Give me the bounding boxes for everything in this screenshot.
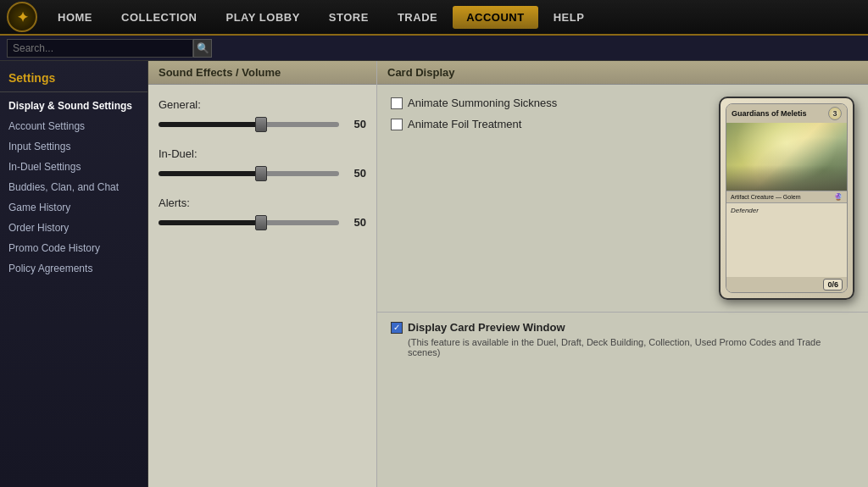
card-name: Guardians of Meletis — [732, 109, 807, 118]
induel-slider-thumb[interactable] — [255, 166, 267, 181]
sidebar-item-in-duel[interactable]: In-Duel Settings — [0, 157, 147, 177]
animate-foil-label: Animate Foil Treatment — [408, 118, 521, 130]
alerts-slider-group: Alerts: 50 — [159, 196, 366, 229]
top-navigation: ✦ HOME COLLECTION PLAY LOBBY STORE TRADE… — [0, 0, 868, 36]
display-preview-checkbox[interactable]: ✓ — [391, 322, 403, 334]
general-slider-row: 50 — [159, 118, 366, 130]
alerts-slider-row: 50 — [159, 216, 366, 229]
card-pt-bar: 0/6 — [726, 277, 847, 292]
sound-panel-header: Sound Effects / Volume — [148, 61, 376, 85]
alerts-slider-thumb[interactable] — [255, 215, 267, 230]
general-label: General: — [159, 98, 366, 111]
induel-slider-row: 50 — [159, 167, 366, 180]
animate-foil-row: Animate Foil Treatment — [391, 118, 702, 130]
alerts-label: Alerts: — [159, 196, 366, 209]
animate-foil-checkbox[interactable] — [391, 119, 403, 130]
induel-slider-value: 50 — [346, 167, 366, 180]
nav-play-lobby[interactable]: PLAY LOBBY — [213, 6, 314, 29]
sound-panel-body: General: 50 In-Duel: 50 — [148, 85, 376, 259]
alerts-slider-track[interactable] — [159, 220, 339, 225]
general-slider-thumb[interactable] — [255, 117, 267, 132]
sidebar-item-buddies[interactable]: Buddies, Clan, and Chat — [0, 177, 147, 197]
search-button[interactable]: 🔍 — [193, 39, 212, 58]
card-inner: Guardians of Meletis 3 Artifact Creature… — [726, 103, 848, 293]
content-area: Sound Effects / Volume General: 50 In-Du… — [148, 61, 868, 487]
logo-symbol: ✦ — [17, 9, 28, 25]
nav-items: HOME COLLECTION PLAY LOBBY STORE TRADE A… — [44, 6, 861, 29]
nav-account[interactable]: ACCOUNT — [453, 6, 538, 29]
card-text-box: Defender — [726, 203, 847, 278]
display-preview-sublabel: (This feature is available in the Duel, … — [391, 337, 854, 357]
card-set-symbol: 🔮 — [834, 193, 843, 201]
search-input[interactable] — [7, 39, 193, 58]
card-panel-bottom: ✓ Display Card Preview Window (This feat… — [377, 312, 868, 366]
sidebar: Settings Display & Sound Settings Accoun… — [0, 61, 148, 487]
sidebar-item-display-sound[interactable]: Display & Sound Settings — [0, 96, 147, 116]
nav-store[interactable]: STORE — [315, 6, 382, 29]
card-art — [726, 123, 847, 191]
card-display-header: Card Display — [377, 61, 868, 85]
general-slider-value: 50 — [346, 118, 366, 130]
animate-summoning-checkbox[interactable] — [391, 97, 403, 109]
card-panel-body: Animate Summoning Sickness Animate Foil … — [377, 85, 868, 312]
sidebar-item-policy[interactable]: Policy Agreements — [0, 258, 147, 279]
sidebar-item-input[interactable]: Input Settings — [0, 136, 147, 157]
card-top-bar: Guardians of Meletis 3 — [726, 104, 847, 123]
sidebar-item-promo-history[interactable]: Promo Code History — [0, 238, 147, 258]
nav-collection[interactable]: COLLECTION — [108, 6, 211, 29]
sidebar-title: Settings — [0, 68, 147, 92]
search-bar: 🔍 — [0, 36, 868, 61]
card-type-line: Artifact Creature — Golem 🔮 — [726, 191, 847, 203]
nav-home[interactable]: HOME — [44, 6, 106, 29]
card-type-text: Artifact Creature — Golem — [731, 194, 800, 200]
main-layout: Settings Display & Sound Settings Accoun… — [0, 61, 868, 487]
general-slider-track[interactable] — [159, 122, 339, 127]
induel-label: In-Duel: — [159, 147, 366, 160]
sidebar-item-game-history[interactable]: Game History — [0, 197, 147, 218]
general-slider-group: General: 50 — [159, 98, 366, 130]
induel-slider-track[interactable] — [159, 171, 339, 176]
animate-summoning-label: Animate Summoning Sickness — [408, 97, 557, 109]
card-mana-cost: 3 — [828, 107, 842, 120]
induel-slider-group: In-Duel: 50 — [159, 147, 366, 180]
animate-summoning-row: Animate Summoning Sickness — [391, 97, 702, 109]
nav-trade[interactable]: TRADE — [384, 6, 451, 29]
alerts-slider-value: 50 — [346, 216, 366, 229]
display-preview-label: Display Card Preview Window — [408, 321, 565, 334]
sidebar-item-account[interactable]: Account Settings — [0, 116, 147, 136]
card-options: Animate Summoning Sickness Animate Foil … — [391, 97, 702, 300]
nav-help[interactable]: HELP — [540, 6, 598, 29]
card-power-toughness: 0/6 — [823, 279, 843, 291]
sidebar-item-order-history[interactable]: Order History — [0, 218, 147, 238]
nav-logo[interactable]: ✦ — [7, 2, 37, 32]
card-preview: Guardians of Meletis 3 Artifact Creature… — [719, 97, 854, 300]
sound-panel: Sound Effects / Volume General: 50 In-Du… — [148, 61, 377, 487]
card-preview-checkbox-row: ✓ Display Card Preview Window — [391, 321, 854, 334]
card-display-panel: Card Display Animate Summoning Sickness … — [377, 61, 868, 487]
